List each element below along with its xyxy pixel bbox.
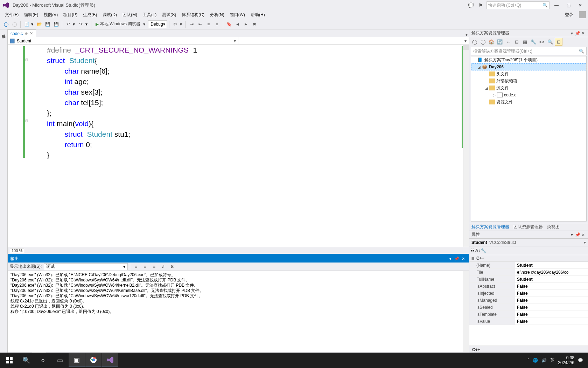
redo-button[interactable]: ↷ <box>77 20 85 28</box>
pin-icon[interactable]: 📌 <box>575 31 580 36</box>
maximize-button[interactable]: ▢ <box>564 1 573 9</box>
forward-button[interactable]: ◯ <box>10 20 18 28</box>
member-select[interactable]: ▾ <box>238 37 469 45</box>
config-select[interactable]: Debug▾ <box>148 20 167 28</box>
output-btn-1[interactable]: ≡ <box>132 263 139 270</box>
tree-file-code-c[interactable]: ▷code.c <box>471 91 586 98</box>
toggle-icon[interactable]: ⊡ <box>555 38 562 46</box>
close-button[interactable]: ✕ <box>575 1 585 9</box>
code-icon[interactable]: <> <box>538 38 546 46</box>
menu-file[interactable]: 文件(F) <box>2 11 21 19</box>
dropdown-icon[interactable]: ▾ <box>569 232 575 237</box>
feedback-icon[interactable]: 💬 <box>467 1 475 9</box>
menu-view[interactable]: 视图(V) <box>41 11 61 19</box>
tb-icon-1[interactable]: ⚙ <box>172 20 179 28</box>
ime-indicator[interactable]: 英 <box>550 357 554 363</box>
close-icon[interactable]: ✕ <box>580 31 586 36</box>
task-view-button[interactable]: ▭ <box>52 353 68 367</box>
notifications-icon[interactable]: 💬 <box>578 358 583 363</box>
fold-icon[interactable]: ⊟ <box>25 119 28 123</box>
fold-icon[interactable]: ⊟ <box>25 58 28 62</box>
back-button[interactable]: ◯ <box>2 20 10 28</box>
zoom-select[interactable]: 100 % <box>10 248 24 253</box>
system-tray[interactable]: ˄ 🌐 🔊 英 0:38 2024/2/6 💬 <box>527 355 587 365</box>
flag-icon[interactable]: ⚑ <box>477 1 484 9</box>
comment-icon[interactable]: ≡ <box>205 20 212 28</box>
bookmark-prev-icon[interactable]: ◄ <box>234 20 241 28</box>
menu-debug[interactable]: 调试(D) <box>100 11 120 19</box>
props-pages-icon[interactable]: 🔧 <box>481 248 486 253</box>
cortana-button[interactable]: ○ <box>35 353 51 367</box>
sync-icon[interactable]: ↔ <box>504 38 512 46</box>
save-all-button[interactable]: 💾 <box>52 20 60 28</box>
new-dropdown[interactable]: ▾ <box>31 22 35 27</box>
output-header[interactable]: 输出 ▾ 📌 ✕ <box>8 255 469 263</box>
output-scrollbar[interactable] <box>463 271 469 352</box>
menu-edit[interactable]: 编辑(E) <box>21 11 41 19</box>
close-icon[interactable]: ✕ <box>460 257 466 261</box>
start-button[interactable] <box>1 353 18 367</box>
home-icon[interactable]: 🏠 <box>488 38 495 46</box>
category-cpp[interactable]: ⊟C++ <box>469 255 588 262</box>
tray-chevron-icon[interactable]: ˄ <box>527 358 529 363</box>
bookmark-next-icon[interactable]: ► <box>242 20 250 28</box>
login-link[interactable]: 登录 <box>561 11 577 19</box>
network-icon[interactable]: 🌐 <box>533 358 538 363</box>
properties-header[interactable]: 属性 ▾ 📌 ✕ <box>469 231 588 239</box>
pin-icon[interactable]: ⊕ <box>25 32 28 35</box>
tree-source[interactable]: ◢源文件 <box>471 84 586 91</box>
alphabetical-icon[interactable]: A↓ <box>475 248 480 253</box>
taskbar-chrome[interactable] <box>85 353 102 367</box>
search-button[interactable]: 🔍 <box>18 353 34 367</box>
dropdown-icon[interactable]: ▾ <box>569 31 575 36</box>
redo-dropdown[interactable]: ▾ <box>85 22 89 27</box>
property-row[interactable]: IsSealedFalse <box>469 304 588 311</box>
output-source-select[interactable]: 调试▾ <box>44 263 128 270</box>
menu-build[interactable]: 生成(B) <box>80 11 100 19</box>
menu-help[interactable]: 帮助(H) <box>248 11 268 19</box>
quick-launch-input[interactable]: 快速启动 (Ctrl+Q) 🔍 <box>486 1 550 9</box>
property-row[interactable]: Filee:\ncre c\day206\day206\co <box>469 269 588 276</box>
scope-select[interactable]: Student ▾ <box>8 37 238 45</box>
property-row[interactable]: IsInjectedFalse <box>469 290 588 297</box>
volume-icon[interactable]: 🔊 <box>541 358 547 363</box>
close-icon[interactable]: ✕ <box>580 232 586 237</box>
tab-solution-explorer[interactable]: 解决方案资源管理器 <box>469 223 511 231</box>
bookmark-clear-icon[interactable]: ✖ <box>251 20 258 28</box>
code-editor[interactable]: ⊟ ⊟ #define _CRT_SECURE_NO_WARNINGS 1 st… <box>8 45 469 247</box>
clear-icon[interactable]: ✖ <box>169 263 176 270</box>
pin-icon[interactable]: 📌 <box>454 257 460 261</box>
property-row[interactable]: IsTemplateFalse <box>469 311 588 318</box>
categorized-icon[interactable]: ☷ <box>471 248 475 253</box>
left-sidebar[interactable]: 服务器 <box>0 29 8 360</box>
properties-object[interactable]: Student VCCodeStruct ▾ <box>469 239 588 246</box>
menu-analyze[interactable]: 分析(N) <box>207 11 227 19</box>
indent-icon[interactable]: ⇥ <box>188 20 196 28</box>
taskbar-visual-studio[interactable] <box>102 353 118 367</box>
pin-icon[interactable]: 📌 <box>575 232 580 237</box>
property-row[interactable]: IsValueFalse <box>469 318 588 325</box>
show-all-icon[interactable]: ▦ <box>521 38 529 46</box>
tree-project[interactable]: ◢📦Day206 <box>471 63 586 70</box>
solution-explorer-header[interactable]: 解决方案资源管理器 ▾ 📌 ✕ <box>469 29 588 37</box>
new-project-button[interactable]: 📄 <box>23 20 30 28</box>
tab-code-c[interactable]: code.c ⊕ ✕ <box>8 29 36 37</box>
editor-scrollbar[interactable] <box>463 45 469 247</box>
minimize-button[interactable]: — <box>552 1 561 9</box>
menu-architecture[interactable]: 体系结构(C) <box>179 11 207 19</box>
output-btn-2[interactable]: ≡ <box>141 263 148 270</box>
property-row[interactable]: (Name)Student <box>469 262 588 269</box>
properties-grid[interactable]: ⊟C++ (Name)StudentFilee:\ncre c\day206\d… <box>469 255 588 346</box>
menu-tools[interactable]: 工具(T) <box>140 11 159 19</box>
menu-test[interactable]: 测试(S) <box>159 11 179 19</box>
tree-external[interactable]: 外部依赖项 <box>471 77 586 84</box>
avatar-icon[interactable] <box>579 11 586 18</box>
solution-tree[interactable]: 📘解决方案"Day206"(1 个项目) ◢📦Day206 头文件 外部依赖项 … <box>471 56 587 222</box>
menu-window[interactable]: 窗口(W) <box>227 11 248 19</box>
undo-dropdown[interactable]: ▾ <box>73 22 76 27</box>
outdent-icon[interactable]: ⇤ <box>196 20 204 28</box>
taskbar-terminal[interactable]: ▣ <box>69 353 85 367</box>
bookmark-icon[interactable]: 🔖 <box>225 20 233 28</box>
open-button[interactable]: 📂 <box>35 20 43 28</box>
solution-search-input[interactable]: 搜索解决方案资源管理器(Ctrl+;) 🔍 <box>471 47 587 55</box>
